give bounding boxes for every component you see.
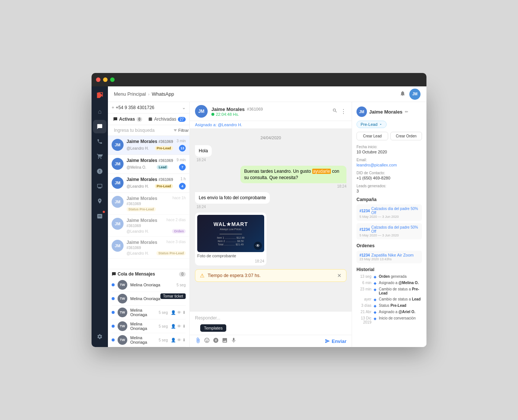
queue-item: TW Melina Onoriaga Tomar ticket xyxy=(112,292,186,306)
queue-avatar: TW xyxy=(118,335,127,345)
tab-activas[interactable]: Activas 0 xyxy=(112,116,144,122)
order-item: #1234 Zapatilla Nike Air Zoom 23 May 202… xyxy=(356,251,422,263)
more-options-icon[interactable]: ⋮ xyxy=(340,108,346,115)
conversation-item[interactable]: JM Jaime Morales #361069 hace 2 días @Le… xyxy=(108,215,189,237)
sidebar-item-location[interactable] xyxy=(93,194,106,208)
image-icon[interactable] xyxy=(222,337,228,345)
tab-archivadas[interactable]: Archivadas 27 xyxy=(147,116,187,122)
breadcrumb-sep: › xyxy=(148,92,150,96)
history-row: 21 Abr ◆ Asignado a @Ariel O. xyxy=(356,310,422,314)
download-icon[interactable]: ⬇ xyxy=(182,338,186,343)
breadcrumb-home[interactable]: Menu Principal xyxy=(114,91,146,97)
info-section-leads: Leads generados: 3 xyxy=(356,184,422,193)
hist-text: Inicio de conversación xyxy=(379,316,422,320)
sidebar-item-chat[interactable] xyxy=(93,120,106,133)
fecha-inicio-label: Fecha inicio: xyxy=(356,145,422,149)
phone-chevron-icon[interactable]: ⌄ xyxy=(182,105,186,110)
sidebar-item-home[interactable]: ⌂ xyxy=(93,105,106,118)
minimize-dot[interactable] xyxy=(103,77,108,82)
sidebar-item-cart[interactable] xyxy=(93,150,106,163)
hist-dot: ◆ xyxy=(374,275,377,279)
history-row: 13 seg ◆ Orden generada xyxy=(356,274,422,279)
conv-avatar: JM xyxy=(112,158,124,170)
hist-dot: ◆ xyxy=(374,287,377,292)
status-tag[interactable]: Pre-Lead xyxy=(356,121,387,128)
sidebar-item-support[interactable] xyxy=(93,165,106,178)
hist-dot: ◆ xyxy=(374,281,377,285)
crear-orden-button[interactable]: Crear Orden xyxy=(390,132,422,140)
assign-icon[interactable]: 👤 xyxy=(171,310,176,315)
filter-button[interactable]: Filtrar xyxy=(172,127,190,133)
download-icon[interactable]: ⬇ xyxy=(182,310,186,315)
email-label: Email: xyxy=(356,158,422,162)
campaign-name[interactable]: Calzados día del padre 50% Off xyxy=(371,225,419,233)
eye-icon[interactable]: 👁 xyxy=(177,338,181,342)
chat-panel: JM Jaime Morales #361069 22:04:48 Hs. xyxy=(190,102,352,347)
edit-icon[interactable]: ✏ xyxy=(405,109,408,114)
sidebar-item-monitor[interactable] xyxy=(93,179,106,193)
search-chat-icon[interactable] xyxy=(332,108,338,115)
campaign-id[interactable]: #1234 xyxy=(359,228,370,232)
tomar-ticket-button[interactable]: Tomar ticket xyxy=(160,293,186,299)
conversation-item[interactable]: JM Jaime Morales #361069 hace 3 días @Le… xyxy=(108,237,189,259)
sticker-icon[interactable] xyxy=(213,337,219,345)
conv-body: Jaime Morales #361069 hace 2 días @Leand… xyxy=(127,218,186,233)
sidebar-item-megaphone[interactable] xyxy=(93,209,106,223)
leads-value: 3 xyxy=(356,189,422,193)
fecha-inicio-value: 10 Octubre 2020 xyxy=(356,150,422,154)
conv-name: Jaime Morales #361069 xyxy=(127,177,173,182)
close-dot[interactable] xyxy=(96,77,100,82)
date-divider: 24/04/2020 xyxy=(195,136,346,140)
tabs-row: Activas 0 Archivadas 27 xyxy=(108,114,189,125)
sidebar-item-settings[interactable] xyxy=(93,330,106,343)
avatar[interactable]: JM xyxy=(409,89,421,100)
queue-time: 5 seg xyxy=(159,311,168,315)
email-value[interactable]: leandro@picallex.com xyxy=(356,163,397,167)
emoji-icon[interactable] xyxy=(204,337,210,345)
mic-icon[interactable] xyxy=(231,337,237,345)
wait-close-icon[interactable]: ✕ xyxy=(337,273,342,279)
file-icon[interactable] xyxy=(195,337,201,345)
assign-icon[interactable]: 👤 xyxy=(171,324,176,329)
assigned-to: @Leandro H. xyxy=(218,122,242,127)
chat-input-field: Responder... xyxy=(190,312,352,324)
sidebar-item-phone[interactable] xyxy=(93,135,106,148)
tab-activas-count: 0 xyxy=(137,117,143,122)
eye-icon[interactable]: 👁 xyxy=(177,310,181,315)
queue-dot xyxy=(112,311,115,314)
chat-input-area: Responder... Templates xyxy=(190,311,352,347)
campaign-id[interactable]: #1234 xyxy=(359,209,370,213)
contact-header: JM Jaime Morales ✏ xyxy=(356,106,422,117)
conv-avatar: JM xyxy=(112,196,124,208)
eye-icon[interactable]: 👁 xyxy=(177,324,181,328)
conversation-item[interactable]: JM Jaime Morales #361069 3 min @Leandro … xyxy=(108,136,189,155)
campaign-name[interactable]: Calzados día del padre 50% Off xyxy=(371,207,419,215)
conv-avatar: JM xyxy=(112,240,124,252)
conversation-item[interactable]: JM Jaime Morales #361069 1 h @Leandro H.… xyxy=(108,174,189,193)
queue-section: Cola de Mensajes 0 TW Melina Onoriaga 5 … xyxy=(108,269,189,347)
status-label: Pre-Lead xyxy=(361,122,377,127)
hist-time: ayer xyxy=(356,297,371,301)
search-input[interactable] xyxy=(114,128,170,133)
hist-time: 23 min xyxy=(356,287,371,291)
queue-title-text: Cola de Mensajes xyxy=(118,271,155,277)
bell-icon[interactable] xyxy=(400,90,406,98)
send-button[interactable]: Enviar xyxy=(325,338,346,344)
phone-number-text: +54 9 358 4301726 xyxy=(116,105,154,110)
assigned-label: Asignado a: xyxy=(195,122,217,127)
assign-icon[interactable]: 👤 xyxy=(171,338,176,343)
queue-item: TW Melina Onoriaga 5 seg 👤 👁 ⬇ xyxy=(112,333,186,347)
crear-lead-button[interactable]: Crear Lead xyxy=(356,132,388,140)
download-icon[interactable]: ⬇ xyxy=(182,324,186,329)
queue-item: TW Melina Onoriaga 5 seg 👤 👁 ⬇ xyxy=(112,319,186,333)
hist-dot: ◆ xyxy=(374,304,377,308)
queue-time: 5 seg xyxy=(177,283,186,287)
order-name[interactable]: Zapatilla Nike Air Zoom xyxy=(371,253,414,257)
conversation-item[interactable]: JM Jaime Morales #361069 9 min @Melina O… xyxy=(108,155,189,174)
avatar-initials: JM xyxy=(412,92,418,96)
conversation-item[interactable]: JM Jaime Morales #361069 hace 1h Status … xyxy=(108,193,189,215)
maximize-dot[interactable] xyxy=(110,77,115,82)
order-id[interactable]: #1234 xyxy=(359,253,370,257)
chat-contact-name: Jaime Morales xyxy=(211,106,245,112)
contact-avatar: JM xyxy=(356,106,367,117)
